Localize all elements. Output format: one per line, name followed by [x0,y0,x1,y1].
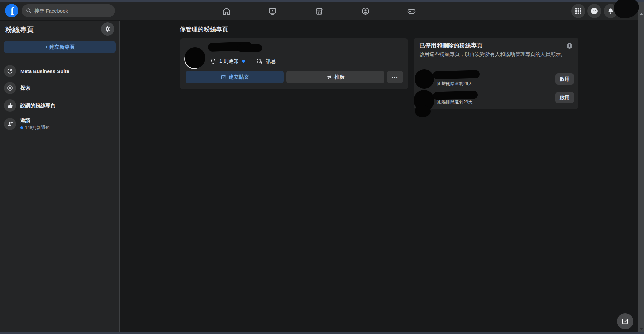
top-navigation-bar: f [0,2,644,20]
thumbs-up-icon [4,99,16,112]
watch-icon[interactable] [266,4,279,18]
apps-menu-button[interactable] [571,4,585,18]
sidebar-item-liked-pages[interactable]: 說讚的粉絲專頁 [0,97,120,114]
chat-bubbles-icon [256,57,263,65]
gaming-icon[interactable] [405,4,418,18]
window-frame-top [0,0,644,2]
pages-sidebar: 粉絲專頁 + 建立新專頁 Meta Busi [0,21,120,332]
compose-floating-button[interactable] [617,313,633,329]
compose-icon [221,74,226,80]
deletion-countdown: 距離刪除還剩29天 [437,81,472,87]
section-title-managed-pages: 你管理的粉絲專頁 [180,25,228,33]
megaphone-icon [326,74,332,80]
messenger-button[interactable] [587,4,601,18]
scroll-down-arrow-icon[interactable] [640,328,643,330]
create-post-button[interactable]: 建立貼文 [186,71,284,83]
facebook-logo[interactable]: f [5,4,18,17]
enable-page-button[interactable]: 啟用 [555,73,574,85]
sidebar-item-label: 探索 [20,85,30,91]
window-frame-bottom [0,332,644,334]
groups-icon[interactable] [358,4,372,18]
notifications-count-label[interactable]: 1 則通知 [219,58,239,65]
sidebar-item-label: 邀請 [20,117,50,124]
search-icon [26,8,32,14]
deactivated-card-title: 已停用和刪除的粉絲專頁 [419,42,482,49]
redacted-page-avatar [415,69,434,89]
search-bar[interactable] [22,4,115,17]
bell-outline-icon[interactable] [210,58,217,65]
sidebar-item-label: 說讚的粉絲專頁 [20,102,55,109]
sidebar-item-invites[interactable]: 邀請 148則新通知 [0,114,120,134]
marketplace-icon[interactable] [312,4,326,18]
redacted-page-avatar [415,105,431,117]
sidebar-item-label: Meta Business Suite [20,68,69,74]
promote-button[interactable]: 推廣 [286,71,384,83]
deactivated-pages-card: 已停用和刪除的粉絲專頁 i 啟用這些粉絲專頁，以再次對所有人和協助管理專頁的人員… [414,38,578,109]
search-input[interactable] [34,8,108,14]
sidebar-divider [4,58,116,58]
home-icon[interactable] [220,4,233,18]
messages-label: 訊息 [266,58,276,65]
unread-dot [242,60,245,63]
messages-link[interactable]: 訊息 [256,57,276,65]
scroll-up-arrow-icon[interactable] [640,13,643,15]
redacted-page-name [433,91,478,100]
redacted-page-avatar[interactable] [185,47,205,68]
new-notifications-count: 148則新通知 [25,125,50,131]
sidebar-item-explore[interactable]: 探索 [0,79,120,97]
meta-business-suite-icon [4,65,16,77]
enable-page-button[interactable]: 啟用 [555,92,574,103]
ellipsis-icon: … [391,72,399,80]
info-icon[interactable]: i [567,43,572,49]
deletion-countdown: 距離刪除還剩29天 [437,99,472,105]
managed-page-card: 1 則通知 訊息 建立貼文 推廣 [180,38,408,89]
person-add-icon [4,118,16,130]
redacted-page-name [237,44,262,52]
gear-icon [104,25,111,33]
page-status-row: 1 則通知 訊息 [210,57,276,65]
sidebar-item-meta-business-suite[interactable]: Meta Business Suite [0,62,120,80]
vertical-scrollbar[interactable] [638,0,644,334]
redacted-page-name [433,70,480,79]
pages-settings-button[interactable] [101,22,114,36]
unread-dot [20,126,23,129]
create-new-page-button[interactable]: + 建立新專頁 [4,41,116,53]
compose-icon [621,318,629,325]
deactivated-card-description: 啟用這些粉絲專頁，以再次對所有人和協助管理專頁的人員顯示。 [419,51,571,58]
more-options-button[interactable]: … [387,71,403,83]
explore-compass-icon [4,82,16,94]
sidebar-title: 粉絲專頁 [5,25,34,34]
